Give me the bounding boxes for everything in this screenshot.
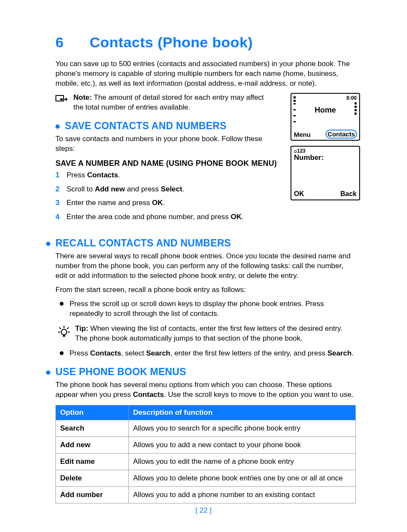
svg-rect-0 (56, 95, 64, 101)
lightbulb-icon (57, 325, 71, 338)
softkey-left: Menu (294, 131, 311, 138)
bullet-icon (46, 370, 50, 375)
note-callout: Note: The amount of detail stored for ea… (55, 93, 269, 113)
svg-rect-1 (60, 98, 63, 100)
input-mode: ⌕123 (294, 148, 305, 154)
phone-title: Home (291, 106, 359, 115)
softkey-left: OK (294, 190, 304, 198)
softkey-right: Contacts (326, 130, 357, 139)
phone-screen-number: ⌕123 Number: OK Back (291, 146, 360, 200)
number-label: Number: (294, 153, 324, 162)
list-item: Press Contacts, select Search, enter the… (55, 349, 356, 359)
step-item: 2Scroll to Add new and press Select. (55, 185, 284, 194)
note-label: Note: (73, 93, 92, 101)
svg-line-5 (59, 327, 61, 329)
table-row: Add numberAllows you to add a phone numb… (56, 486, 356, 503)
svg-rect-3 (63, 335, 65, 337)
options-table: Option Description of function SearchAll… (55, 405, 356, 503)
bullet-icon (46, 242, 50, 246)
note-icon (55, 95, 67, 104)
phone-screen-home: 8:00 Home Menu Contacts (291, 93, 360, 141)
section-recall: RECALL CONTACTS AND NUMBERS (55, 237, 231, 249)
save-intro: To save contacts and numbers in your pho… (55, 134, 273, 154)
page-number: [ 22 ] (0, 506, 407, 515)
bullet-icon (55, 124, 60, 129)
chapter-title: 6Contacts (Phone book) (55, 34, 356, 51)
phone-time: 8:00 (346, 95, 357, 101)
tip-text: When viewing the list of contacts, enter… (75, 324, 343, 342)
recall-p1: There are several ways to recall phone b… (55, 252, 356, 281)
intro-paragraph: You can save up to 500 entries (contacts… (55, 59, 356, 89)
chapter-number: 6 (55, 34, 90, 51)
chapter-name: Contacts (Phone book) (90, 34, 253, 50)
svg-point-2 (61, 329, 67, 335)
table-row: DeleteAllows you to delete phone book en… (56, 470, 356, 486)
section-save: SAVE CONTACTS AND NUMBERS (65, 120, 227, 132)
note-text: The amount of detail stored for each ent… (73, 93, 264, 111)
table-row: Add newAllows you to add a new contact t… (56, 437, 356, 453)
section-menus: USE PHONE BOOK MENUS (55, 366, 186, 378)
column-description: Description of function (129, 405, 356, 420)
step-item: 3Enter the name and press OK. (55, 198, 284, 208)
svg-line-6 (67, 327, 69, 329)
column-option: Option (56, 405, 129, 420)
softkey-right: Back (340, 190, 357, 198)
bullet-icon (60, 351, 64, 355)
step-item: 4Enter the area code and phone number, a… (55, 212, 356, 222)
table-header-row: Option Description of function (56, 405, 356, 420)
tip-callout: Tip: When viewing the list of contacts, … (55, 324, 356, 344)
recall-p2: From the start screen, recall a phone bo… (55, 285, 356, 295)
table-row: Edit nameAllows you to edit the name of … (56, 453, 356, 470)
bullet-icon (60, 302, 64, 306)
table-row: SearchAllows you to search for a specifi… (56, 420, 356, 437)
menus-paragraph: The phone book has several menu options … (55, 380, 356, 400)
step-item: 1Press Contacts. (55, 171, 284, 180)
tip-label: Tip: (75, 324, 88, 332)
list-item: Press the scroll up or scroll down keys … (55, 299, 356, 319)
